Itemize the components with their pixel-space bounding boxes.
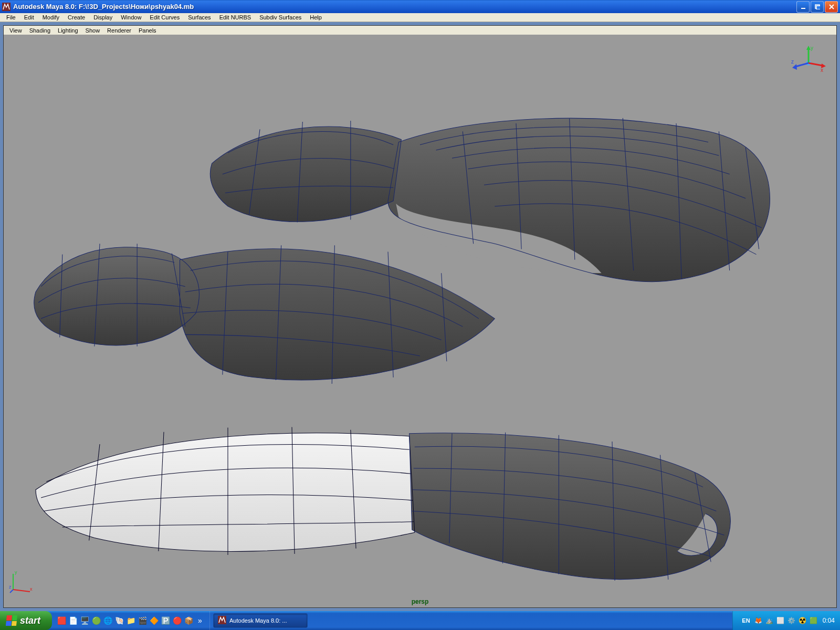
menu-edit-curves[interactable]: Edit Curves xyxy=(145,13,184,22)
vmenu-view[interactable]: View xyxy=(6,27,26,34)
ql-icon-2[interactable]: 📄 xyxy=(68,615,78,626)
menu-edit[interactable]: Edit xyxy=(20,13,38,22)
menu-window[interactable]: Window xyxy=(117,13,145,22)
svg-text:z: z xyxy=(9,584,12,590)
menu-create[interactable]: Create xyxy=(64,13,89,22)
vmenu-renderer[interactable]: Renderer xyxy=(103,27,135,34)
axis-z-label: z xyxy=(791,59,794,65)
vmenu-panels[interactable]: Panels xyxy=(135,27,160,34)
task-buttons-area: Autodesk Maya 8.0: ... xyxy=(210,611,732,630)
tray-icon-6[interactable]: 🟩 xyxy=(810,616,818,625)
ql-icon-5[interactable]: 🌐 xyxy=(102,615,113,626)
taskbar-clock[interactable]: 0:04 xyxy=(823,617,835,624)
svg-marker-6 xyxy=(806,46,811,50)
ql-icon-12[interactable]: 📦 xyxy=(183,615,194,626)
window-title: Autodesk Maya 8.0: F:\!3D_Projects\Ножи\… xyxy=(13,3,796,10)
viewport-canvas[interactable]: y x z y x z xyxy=(4,35,836,607)
menu-modify[interactable]: Modify xyxy=(38,13,64,22)
axis-x-label: x xyxy=(821,67,823,73)
ql-icon-4[interactable]: 🟢 xyxy=(91,615,101,626)
tray-icon-2[interactable]: ⛰️ xyxy=(765,616,774,625)
windows-logo-icon xyxy=(6,615,17,626)
tray-icon-5[interactable]: ☢️ xyxy=(799,616,807,625)
tray-icon-1[interactable]: 🦊 xyxy=(754,616,763,625)
ql-icon-10[interactable]: 🅿️ xyxy=(160,615,171,626)
viewport-menu-bar: View Shading Lighting Show Renderer Pane… xyxy=(4,26,836,35)
window-title-bar: Autodesk Maya 8.0: F:\!3D_Projects\Ножи\… xyxy=(0,0,840,13)
origin-axis-gizmo: y x z xyxy=(9,568,35,594)
svg-rect-3 xyxy=(816,6,820,9)
start-label: start xyxy=(20,615,40,626)
viewport-3d-scene xyxy=(4,35,836,607)
axis-y-label: y xyxy=(811,45,813,51)
view-axis-gizmo[interactable]: y x z xyxy=(790,45,827,81)
ql-icon-3[interactable]: 🖥️ xyxy=(79,615,90,626)
language-indicator[interactable]: EN xyxy=(740,617,751,624)
ql-icon-9[interactable]: 🔶 xyxy=(149,615,159,626)
menu-edit-nurbs[interactable]: Edit NURBS xyxy=(215,13,256,22)
menu-help[interactable]: Help xyxy=(306,13,326,22)
window-controls xyxy=(796,1,838,13)
viewport-panel: View Shading Lighting Show Renderer Pane… xyxy=(3,25,837,608)
vmenu-show[interactable]: Show xyxy=(82,27,104,34)
svg-text:x: x xyxy=(30,586,33,592)
minimize-button[interactable] xyxy=(796,1,810,13)
start-button[interactable]: start xyxy=(0,611,52,630)
svg-text:y: y xyxy=(15,570,17,575)
knife-model-3 xyxy=(36,427,730,581)
windows-taskbar: start 🟥 📄 🖥️ 🟢 🌐 🐚 📁 🎬 🔶 🅿️ 🔴 📦 » Autode… xyxy=(0,611,840,630)
menu-display[interactable]: Display xyxy=(89,13,117,22)
maximize-button[interactable] xyxy=(811,1,824,13)
main-menu-bar: File Edit Modify Create Display Window E… xyxy=(0,13,840,22)
ql-icon-7[interactable]: 📁 xyxy=(125,615,136,626)
vmenu-shading[interactable]: Shading xyxy=(26,27,54,34)
ql-expand-chevron-icon[interactable]: » xyxy=(195,615,205,626)
system-tray: EN 🦊 ⛰️ ⬜ ⚙️ ☢️ 🟩 0:04 xyxy=(732,611,840,630)
vmenu-lighting[interactable]: Lighting xyxy=(54,27,82,34)
maya-app-icon xyxy=(2,3,10,11)
camera-name-label: persp xyxy=(412,598,429,605)
menu-surfaces[interactable]: Surfaces xyxy=(184,13,215,22)
knife-model-2 xyxy=(34,244,495,384)
quick-launch-bar: 🟥 📄 🖥️ 🟢 🌐 🐚 📁 🎬 🔶 🅿️ 🔴 📦 » xyxy=(52,611,210,630)
svg-line-13 xyxy=(13,590,30,592)
ql-icon-11[interactable]: 🔴 xyxy=(172,615,182,626)
tray-icon-4[interactable]: ⚙️ xyxy=(788,616,796,625)
menu-file[interactable]: File xyxy=(2,13,20,22)
taskbar-app-label: Autodesk Maya 8.0: ... xyxy=(229,617,287,624)
ql-icon-6[interactable]: 🐚 xyxy=(114,615,124,626)
svg-line-15 xyxy=(10,590,13,593)
ql-icon-1[interactable]: 🟥 xyxy=(56,615,67,626)
taskbar-app-maya[interactable]: Autodesk Maya 8.0: ... xyxy=(213,613,308,628)
svg-marker-10 xyxy=(792,64,797,70)
tray-icon-3[interactable]: ⬜ xyxy=(776,616,785,625)
app-body: View Shading Lighting Show Renderer Pane… xyxy=(0,22,840,611)
menu-subdiv-surfaces[interactable]: Subdiv Surfaces xyxy=(255,13,306,22)
close-button[interactable] xyxy=(825,1,838,13)
maya-task-icon xyxy=(218,616,226,625)
ql-icon-8[interactable]: 🎬 xyxy=(137,615,148,626)
svg-line-9 xyxy=(795,63,808,67)
